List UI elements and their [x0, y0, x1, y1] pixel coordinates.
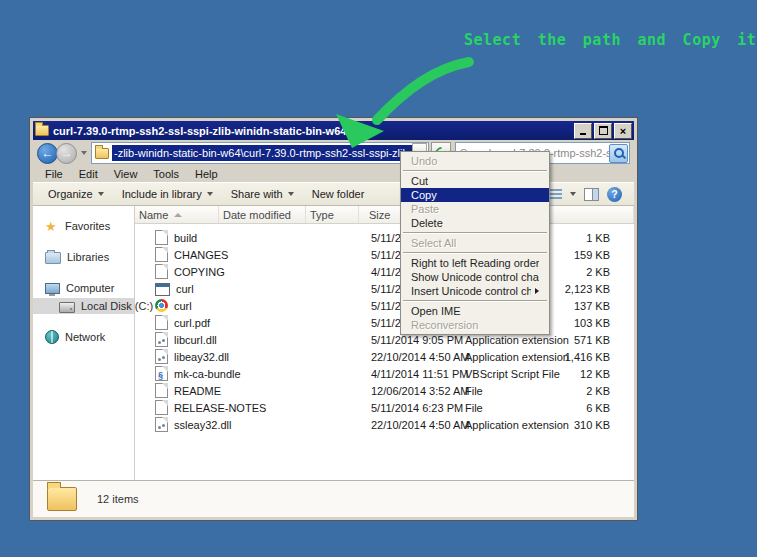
file-name: README — [174, 385, 221, 397]
file-size: 2 KB — [549, 385, 614, 397]
file-row[interactable]: ssleay32.dll 22/10/2014 4:50 AM Applicat… — [135, 416, 634, 433]
file-icon — [155, 400, 168, 415]
column-header[interactable]: Name — [135, 206, 219, 223]
file-name: ssleay32.dll — [174, 419, 231, 431]
address-path-selected[interactable]: -zlib-winidn-static-bin-w64\curl-7.39.0-… — [112, 145, 412, 161]
context-menu-item-label: Select All — [411, 236, 539, 250]
menu-item[interactable]: Tools — [145, 166, 187, 182]
column-header[interactable] — [623, 206, 634, 223]
menu-item[interactable]: File — [37, 166, 71, 182]
toolbar-button-label: New folder — [312, 188, 365, 200]
sidebar-item[interactable]: Local Disk (C:) — [33, 298, 134, 314]
context-menu-item[interactable]: Delete — [401, 216, 549, 230]
context-menu-item[interactable]: Select All — [401, 236, 549, 250]
file-row[interactable]: libcurl.dll 5/11/2014 9:05 PM Applicatio… — [135, 331, 634, 348]
context-menu: Undo Cut Copy Paste Delete Select All — [400, 151, 550, 335]
file-type: Application extension — [461, 419, 549, 431]
file-row[interactable]: RELEASE-NOTES 5/11/2014 6:23 PM File 6 K… — [135, 399, 634, 416]
file-row[interactable]: mk-ca-bundle 4/11/2014 11:51 PM VBScript… — [135, 365, 634, 382]
context-menu-item[interactable] — [403, 300, 547, 302]
minimize-button[interactable] — [574, 123, 592, 139]
column-header-row: Name Date modified Type Size — [135, 206, 634, 224]
file-row[interactable]: curl 5/11/2014 137 KB — [135, 297, 634, 314]
file-row[interactable]: curl.pdf 5/11/2014 103 KB — [135, 314, 634, 331]
column-header[interactable]: Date modified — [219, 206, 306, 223]
file-type: VBScript Script File — [461, 368, 549, 380]
menu-item[interactable]: Edit — [71, 166, 106, 182]
file-row[interactable]: curl 5/11/2014 2,123 KB — [135, 280, 634, 297]
maximize-button[interactable] — [594, 123, 612, 139]
menu-item[interactable]: View — [106, 166, 146, 182]
file-size: 310 KB — [549, 419, 614, 431]
chevron-down-icon — [207, 192, 213, 196]
menu-item[interactable]: Help — [187, 166, 226, 182]
toolbar-button[interactable]: Organize — [39, 188, 113, 200]
file-size: 1,416 KB — [549, 351, 614, 363]
file-date-modified: 12/06/2014 3:52 AM — [368, 385, 461, 397]
window-folder-icon — [35, 125, 49, 136]
file-date-modified: 5/11/2014 6:23 PM — [368, 402, 461, 414]
toolbar-button-label: Share with — [231, 188, 283, 200]
file-size: 1 KB — [549, 232, 614, 244]
title-bar[interactable]: curl-7.39.0-rtmp-ssh2-ssl-sspi-zlib-wini… — [33, 121, 634, 140]
file-name: libcurl.dll — [174, 334, 217, 346]
file-row[interactable]: build 5/11/2014 1 KB — [135, 229, 634, 246]
toolbar-button[interactable]: Include in library — [113, 188, 222, 200]
file-icon — [155, 299, 168, 312]
context-menu-item[interactable] — [403, 232, 547, 234]
context-menu-item[interactable]: Copy — [401, 188, 549, 202]
context-menu-item[interactable] — [403, 252, 547, 254]
toolbar-button[interactable]: New folder — [303, 188, 374, 200]
file-row[interactable]: CHANGES 5/11/2014 159 KB — [135, 246, 634, 263]
toolbar-button[interactable]: Share with — [222, 188, 303, 200]
sidebar-item[interactable]: Computer — [33, 280, 134, 296]
context-menu-item[interactable]: Show Unicode control characters — [401, 270, 549, 284]
file-name: libeay32.dll — [174, 351, 229, 363]
context-menu-item-label: Delete — [411, 216, 539, 230]
close-button[interactable]: × — [614, 123, 632, 139]
context-menu-item[interactable]: Open IME — [401, 304, 549, 318]
search-button[interactable] — [609, 144, 628, 163]
chevron-down-icon — [98, 192, 104, 196]
file-icon — [155, 283, 170, 296]
file-name: curl — [176, 283, 194, 295]
annotation-text: Select the path and Copy it — [464, 31, 756, 49]
column-header-label: Type — [310, 209, 334, 221]
context-menu-item[interactable]: Right to left Reading order — [401, 256, 549, 270]
sidebar-item[interactable]: Libraries — [33, 249, 134, 265]
file-row[interactable]: COPYING 4/11/2014 2 KB — [135, 263, 634, 280]
file-row[interactable]: libeay32.dll 22/10/2014 4:50 AM Applicat… — [135, 348, 634, 365]
file-name: build — [174, 232, 197, 244]
column-header[interactable]: Type — [306, 206, 359, 223]
window-title: curl-7.39.0-rtmp-ssh2-ssl-sspi-zlib-wini… — [53, 125, 572, 137]
sidebar-item-icon — [45, 283, 60, 294]
context-menu-item[interactable]: Cut — [401, 174, 549, 188]
history-dropdown-icon[interactable] — [81, 151, 87, 155]
preview-pane-icon[interactable] — [584, 188, 599, 201]
file-size: 571 KB — [549, 334, 614, 346]
help-icon[interactable]: ? — [607, 187, 622, 202]
sidebar-item-label: Computer — [66, 282, 114, 294]
views-dropdown-icon[interactable] — [570, 192, 576, 196]
file-row[interactable]: README 12/06/2014 3:52 AM File 2 KB — [135, 382, 634, 399]
context-menu-item[interactable]: Reconversion — [401, 318, 549, 332]
sidebar-item[interactable]: Network — [33, 329, 134, 345]
sidebar-item-icon — [59, 302, 75, 313]
file-name: mk-ca-bundle — [174, 368, 241, 380]
back-button[interactable]: ← — [37, 143, 58, 164]
sidebar-item-label: Libraries — [67, 251, 109, 263]
file-icon — [155, 230, 168, 245]
file-icon — [155, 315, 168, 330]
file-icon — [155, 349, 168, 364]
forward-button[interactable]: → — [56, 143, 77, 164]
context-menu-item[interactable] — [403, 170, 547, 172]
context-menu-item[interactable]: Paste — [401, 202, 549, 216]
context-menu-item[interactable]: Insert Unicode control character — [401, 284, 549, 298]
context-menu-item[interactable]: Undo — [401, 154, 549, 168]
file-name: curl.pdf — [174, 317, 210, 329]
address-field[interactable]: -zlib-winidn-static-bin-w64\curl-7.39.0-… — [91, 142, 429, 164]
sidebar-item[interactable]: Favorites — [33, 218, 134, 234]
context-menu-item-label: Reconversion — [411, 318, 539, 332]
file-size: 137 KB — [549, 300, 614, 312]
file-size: 2 KB — [549, 266, 614, 278]
